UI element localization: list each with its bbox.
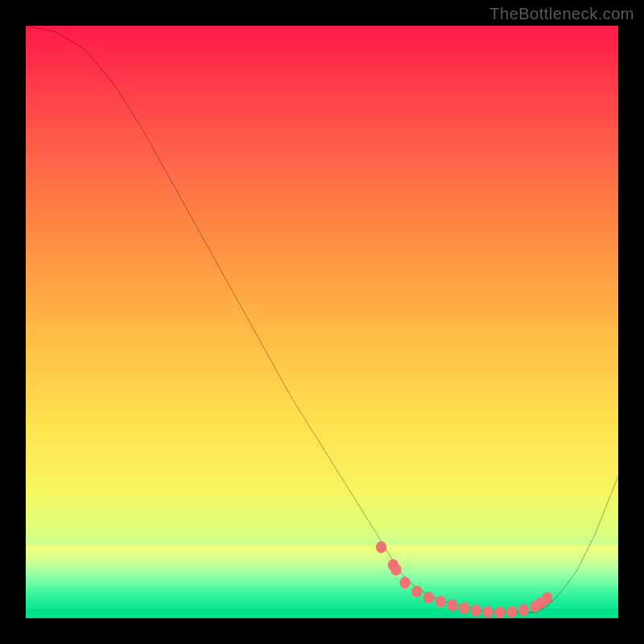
plot-area [26, 26, 618, 618]
highlight-dot [506, 606, 517, 618]
highlight-dot [411, 586, 422, 598]
highlight-dot [376, 541, 386, 553]
markers-svg [26, 26, 618, 618]
highlight-dot [494, 606, 505, 618]
highlight-dot [518, 604, 529, 616]
highlight-dot [423, 592, 434, 604]
highlight-dot [390, 564, 401, 576]
highlight-dot [482, 606, 493, 618]
highlight-dot [399, 576, 410, 588]
highlight-dot [471, 605, 481, 617]
highlight-dot [436, 596, 446, 608]
highlight-dot [542, 592, 552, 605]
chart-frame: TheBottleneck.com [0, 0, 644, 644]
highlight-dot [447, 599, 457, 611]
highlight-dot [459, 602, 469, 614]
watermark-text: TheBottleneck.com [489, 5, 634, 23]
